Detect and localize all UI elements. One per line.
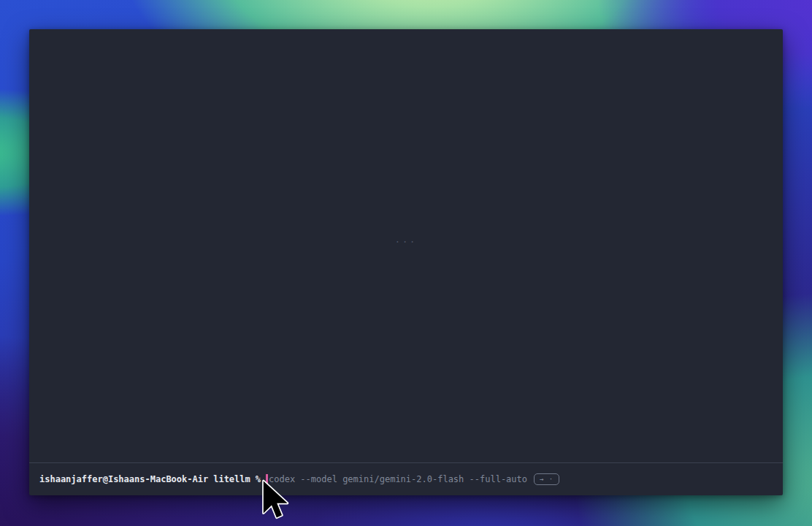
terminal-prompt-bar[interactable]: ishaanjaffer@Ishaans-MacBook-Airlitellm%…	[29, 462, 783, 495]
autosuggestion-text: codex --model gemini/gemini-2.0-flash --…	[269, 474, 527, 484]
desktop-wallpaper: ··· ishaanjaffer@Ishaans-MacBook-Airlite…	[0, 0, 812, 526]
terminal-window[interactable]: ··· ishaanjaffer@Ishaans-MacBook-Airlite…	[29, 29, 783, 495]
terminal-output-area: ···	[29, 29, 783, 462]
tab-accept-hint-badge[interactable]: → ·	[534, 473, 559, 485]
text-cursor	[266, 474, 268, 485]
prompt-directory: litellm	[213, 474, 250, 484]
prompt-user-host: ishaanjaffer@Ishaans-MacBook-Air	[39, 474, 208, 484]
loading-indicator: ···	[395, 237, 418, 247]
prompt-symbol: %	[256, 474, 261, 484]
